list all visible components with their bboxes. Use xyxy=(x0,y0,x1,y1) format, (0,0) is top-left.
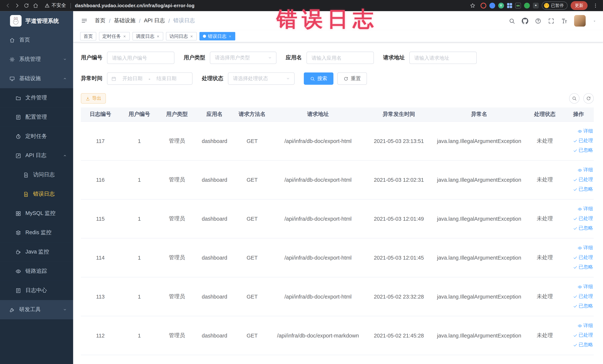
toggle-search-button[interactable] xyxy=(569,93,580,104)
processed-link[interactable]: 已处理 xyxy=(566,253,593,262)
logcenter-icon xyxy=(15,288,21,293)
sidebar-item-0[interactable]: 首页 xyxy=(0,30,73,50)
font-size-button[interactable] xyxy=(561,18,568,24)
tag-2[interactable]: 调度日志 xyxy=(133,32,163,40)
processed-link[interactable]: 已处理 xyxy=(566,175,593,185)
sidebar-item-5[interactable]: 定时任务 xyxy=(0,127,73,146)
cell: /api/infra/db-doc/export-html xyxy=(270,160,366,199)
sidebar-item-13[interactable]: 日志中心 xyxy=(0,281,73,300)
browser-update-button[interactable]: 更新 xyxy=(570,1,587,10)
error-log-table: 日志编号用户编号用户类型应用名请求方法名请求地址异常发生时间异常名处理状态操作 … xyxy=(81,107,594,355)
home-icon xyxy=(33,3,38,9)
ignored-link[interactable]: 已忽略 xyxy=(566,340,593,350)
security-chip[interactable]: 不安全 xyxy=(45,2,66,9)
detail-link[interactable]: 详细 xyxy=(566,204,593,214)
header-search-button[interactable] xyxy=(509,18,515,24)
cell: 112 xyxy=(81,316,120,355)
tag-label: 定时任务 xyxy=(103,33,121,39)
sidebar-item-label: 首页 xyxy=(19,36,30,43)
sidebar-item-14[interactable]: 研发工具 xyxy=(0,300,73,319)
tag-3[interactable]: 访问日志 xyxy=(166,32,197,40)
detail-link[interactable]: 详细 xyxy=(566,321,593,330)
fontsize-icon xyxy=(561,18,568,24)
detail-link[interactable]: 详细 xyxy=(566,282,593,292)
tool-icon xyxy=(9,307,15,312)
back-button[interactable] xyxy=(3,1,12,10)
filter-row-1: 用户编号用户类型请选择用户类型应用名请求地址 xyxy=(81,52,594,64)
paused-extension-badge[interactable]: 已暂停 xyxy=(542,1,568,10)
date-range-picker[interactable]: 开始日期-结束日期 xyxy=(107,72,192,85)
sidebar-item-1[interactable]: 系统管理 xyxy=(0,50,73,69)
avatar[interactable] xyxy=(574,15,586,26)
tag-0[interactable]: 首页 xyxy=(80,32,96,40)
sidebar-item-9[interactable]: MySQL 监控 xyxy=(0,204,73,223)
fullscreen-button[interactable] xyxy=(548,18,555,24)
search-button[interactable]: 搜索 xyxy=(304,72,334,85)
app-title: 芋道管理系统 xyxy=(25,17,59,24)
sidebar-item-11[interactable]: Java 监控 xyxy=(0,242,73,262)
filter-input-3[interactable] xyxy=(409,52,477,64)
processed-link[interactable]: 已处理 xyxy=(566,136,593,146)
refresh-table-button[interactable] xyxy=(583,93,594,104)
drop-extension-icon[interactable] xyxy=(489,3,495,9)
ignored-link[interactable]: 已忽略 xyxy=(566,262,593,272)
browser-menu-icon[interactable] xyxy=(591,1,600,10)
filter-input-2[interactable] xyxy=(306,52,374,64)
grid-extension-icon[interactable] xyxy=(507,3,512,8)
filter-input-0[interactable] xyxy=(107,52,174,64)
sidebar-item-8[interactable]: 错误日志 xyxy=(0,185,73,204)
on-badge-extension-icon[interactable]: on xyxy=(515,3,521,9)
tag-close-icon[interactable] xyxy=(228,35,232,38)
column-header-9: 操作 xyxy=(563,107,594,121)
ignored-link[interactable]: 已忽略 xyxy=(566,223,593,233)
bookmark-star-icon[interactable] xyxy=(468,1,477,10)
sidebar-toggle[interactable] xyxy=(79,16,89,26)
breadcrumb-item-2[interactable]: API 日志 xyxy=(144,17,165,24)
ignored-link[interactable]: 已忽略 xyxy=(566,301,593,311)
home-menu-icon xyxy=(9,37,15,43)
target-extension-icon[interactable] xyxy=(480,3,486,9)
sidebar-item-10[interactable]: Redis 监控 xyxy=(0,223,73,242)
tag-close-icon[interactable] xyxy=(123,35,127,38)
sidebar-item-4[interactable]: 配置管理 xyxy=(0,107,73,127)
forward-button[interactable] xyxy=(12,1,22,10)
filter-select-1[interactable]: 请选择用户类型 xyxy=(210,52,276,64)
config-icon xyxy=(15,114,21,120)
ignored-link[interactable]: 已忽略 xyxy=(566,146,593,155)
sidebar-item-label: 基础设施 xyxy=(19,75,41,82)
filter-label: 异常时间 xyxy=(81,75,102,82)
breadcrumb-item-1[interactable]: 基础设施 xyxy=(114,17,136,24)
pin-extension-icon[interactable]: ✦ xyxy=(533,3,539,9)
tag-4[interactable]: 错误日志 xyxy=(199,32,235,40)
cell: 1 xyxy=(120,238,159,277)
sidebar-item-7[interactable]: 访问日志 xyxy=(0,165,73,185)
detail-link[interactable]: 详细 xyxy=(566,243,593,253)
avatar-caret-icon[interactable] xyxy=(592,17,597,24)
check-icon xyxy=(573,187,577,192)
tag-close-icon[interactable] xyxy=(156,35,160,38)
filter-select-5[interactable]: 请选择处理状态 xyxy=(228,72,295,85)
processed-link[interactable]: 已处理 xyxy=(566,292,593,301)
breadcrumb-item-0[interactable]: 首页 xyxy=(95,17,105,24)
address-bar[interactable]: dashboard.yudao.iocoder.cn/infra/log/api… xyxy=(75,3,195,8)
sidebar-item-6[interactable]: API 日志 xyxy=(0,146,73,165)
help-button[interactable] xyxy=(535,18,541,24)
processed-link[interactable]: 已处理 xyxy=(566,214,593,223)
github-link[interactable] xyxy=(522,18,528,24)
browser-home-button[interactable] xyxy=(31,1,40,10)
tag-1[interactable]: 定时任务 xyxy=(99,32,130,40)
ignored-link[interactable]: 已忽略 xyxy=(566,185,593,194)
leaf-extension-icon[interactable] xyxy=(524,3,530,9)
sidebar-item-12[interactable]: 链路追踪 xyxy=(0,261,73,281)
detail-link[interactable]: 详细 xyxy=(566,165,593,175)
reload-button[interactable] xyxy=(22,1,31,10)
export-button[interactable]: 导出 xyxy=(81,93,106,104)
sidebar-item-2[interactable]: 基础设施 xyxy=(0,69,73,88)
processed-link[interactable]: 已处理 xyxy=(566,330,593,340)
app-logo[interactable]: 芋道管理系统 xyxy=(0,11,73,30)
detail-link[interactable]: 详细 xyxy=(566,126,593,136)
reset-button[interactable]: 重置 xyxy=(337,72,367,85)
sidebar-item-3[interactable]: 文件管理 xyxy=(0,88,73,107)
tag-close-icon[interactable] xyxy=(190,35,193,38)
vue-devtools-icon[interactable]: V xyxy=(498,3,504,9)
